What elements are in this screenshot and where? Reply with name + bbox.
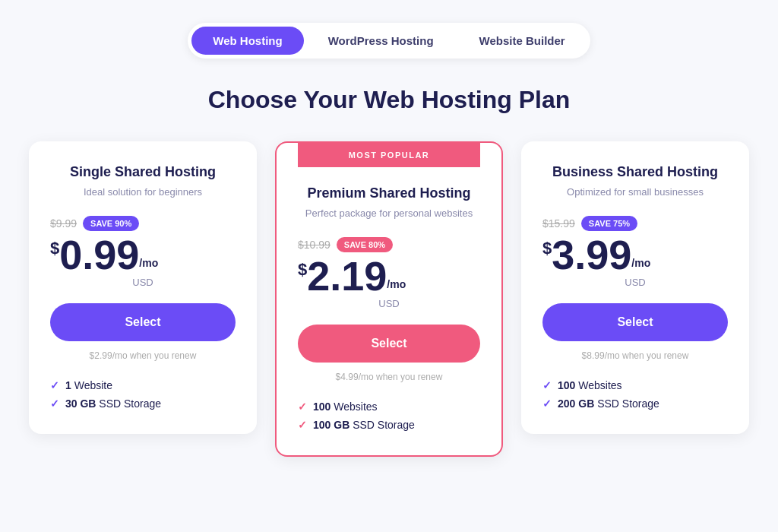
price-amount-single: 0.99: [59, 234, 139, 275]
plan-title-premium: Premium Shared Hosting: [298, 185, 480, 201]
usd-label-premium: USD: [298, 298, 480, 309]
renew-text-premium: $4.99/mo when you renew: [298, 372, 480, 382]
select-button-business[interactable]: Select: [542, 303, 728, 341]
select-button-premium[interactable]: Select: [298, 325, 480, 363]
plan-card-single: Single Shared Hosting Ideal solution for…: [29, 141, 257, 434]
plan-subtitle-premium: Perfect package for personal websites: [298, 207, 480, 219]
check-icon: ✓: [50, 397, 59, 410]
currency-symbol-business: $: [542, 239, 552, 258]
plan-title-single: Single Shared Hosting: [50, 164, 236, 180]
select-button-single[interactable]: Select: [50, 303, 236, 341]
price-amount-premium: 2.19: [307, 255, 387, 296]
original-price-business: $15.99: [542, 217, 575, 230]
check-icon: ✓: [50, 379, 59, 391]
pricing-row-single: $9.99 SAVE 90%: [50, 216, 236, 231]
original-price-single: $9.99: [50, 217, 77, 230]
price-display-business: $ 3.99 /mo: [542, 234, 728, 275]
feature-label: 100 GB SSD Storage: [313, 419, 415, 431]
price-amount-business: 3.99: [552, 234, 631, 275]
price-period-premium: /mo: [387, 278, 406, 290]
price-period-business: /mo: [631, 257, 650, 269]
plan-title-business: Business Shared Hosting: [542, 164, 728, 180]
pricing-row-business: $15.99 SAVE 75%: [542, 216, 728, 231]
check-icon: ✓: [298, 401, 307, 413]
features-list-premium: ✓ 100 Websites ✓ 100 GB SSD Storage: [298, 397, 480, 434]
feature-item: ✓ 30 GB SSD Storage: [50, 394, 236, 413]
feature-label: 1 Website: [65, 379, 112, 391]
tab-web-hosting[interactable]: Web Hosting: [191, 27, 303, 55]
feature-label: 30 GB SSD Storage: [65, 397, 161, 410]
tab-switcher: Web Hosting WordPress Hosting Website Bu…: [188, 23, 590, 59]
feature-item: ✓ 100 Websites: [298, 397, 480, 416]
currency-symbol-premium: $: [298, 260, 307, 280]
feature-label: 100 Websites: [558, 379, 622, 391]
save-badge-single: SAVE 90%: [83, 216, 139, 231]
original-price-premium: $10.99: [298, 239, 330, 251]
usd-label-single: USD: [50, 277, 236, 288]
renew-text-single: $2.99/mo when you renew: [50, 350, 236, 361]
plans-container: Single Shared Hosting Ideal solution for…: [24, 141, 754, 457]
plan-card-business: Business Shared Hosting Optimized for sm…: [521, 141, 749, 434]
page-title: Choose Your Web Hosting Plan: [208, 86, 570, 114]
plan-card-premium: MOST POPULAR Premium Shared Hosting Perf…: [275, 141, 503, 457]
price-period-single: /mo: [139, 257, 158, 269]
price-display-premium: $ 2.19 /mo: [298, 255, 480, 296]
tab-wordpress-hosting[interactable]: WordPress Hosting: [307, 27, 455, 55]
tab-website-builder[interactable]: Website Builder: [458, 27, 587, 55]
currency-symbol-single: $: [50, 239, 59, 258]
feature-item: ✓ 100 GB SSD Storage: [298, 416, 480, 434]
renew-text-business: $8.99/mo when you renew: [542, 350, 728, 361]
usd-label-business: USD: [542, 277, 728, 288]
plan-subtitle-business: Optimized for small businesses: [542, 186, 728, 198]
check-icon: ✓: [298, 419, 307, 431]
price-display-single: $ 0.99 /mo: [50, 234, 236, 275]
features-list-single: ✓ 1 Website ✓ 30 GB SSD Storage: [50, 376, 236, 413]
features-list-business: ✓ 100 Websites ✓ 200 GB SSD Storage: [542, 376, 728, 413]
plan-subtitle-single: Ideal solution for beginners: [50, 186, 236, 198]
feature-label: 200 GB SSD Storage: [558, 397, 659, 410]
save-badge-business: SAVE 75%: [581, 216, 637, 231]
feature-item: ✓ 100 Websites: [542, 376, 728, 394]
check-icon: ✓: [542, 397, 552, 410]
feature-item: ✓ 200 GB SSD Storage: [542, 394, 728, 413]
popular-badge: MOST POPULAR: [298, 143, 480, 167]
pricing-row-premium: $10.99 SAVE 80%: [298, 237, 480, 252]
feature-item: ✓ 1 Website: [50, 376, 236, 394]
save-badge-premium: SAVE 80%: [337, 237, 393, 252]
feature-label: 100 Websites: [313, 401, 378, 413]
check-icon: ✓: [542, 379, 552, 391]
